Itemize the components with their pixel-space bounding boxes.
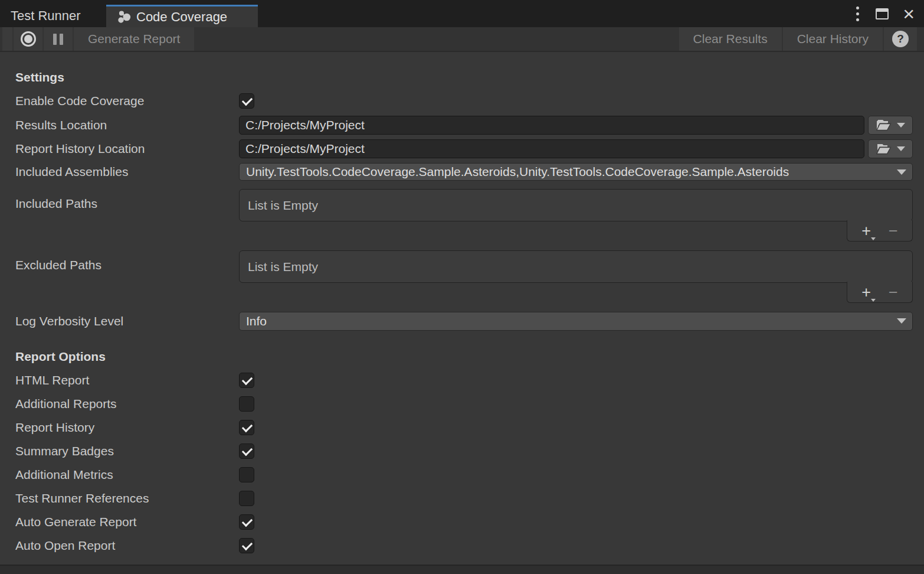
included-paths-list-footer: + −	[847, 220, 913, 242]
pause-button[interactable]	[44, 27, 73, 51]
add-item-button[interactable]: +	[861, 225, 874, 237]
included-paths-list: List is Empty + −	[239, 189, 913, 242]
report-option-checkbox[interactable]	[239, 420, 254, 435]
report-history-location-input[interactable]	[239, 139, 864, 158]
excluded-paths-list-footer: + −	[847, 282, 913, 303]
tab-code-coverage-label: Code Coverage	[136, 9, 227, 25]
remove-item-button[interactable]: −	[889, 286, 898, 298]
open-folder-icon	[876, 143, 892, 155]
tab-bar: Test Runner Code Coverage ×	[0, 0, 924, 27]
remove-item-button[interactable]: −	[889, 225, 898, 237]
included-paths-row: Included Paths List is Empty + −	[15, 189, 913, 250]
code-coverage-window: Test Runner Code Coverage ×	[0, 0, 924, 574]
report-option-checkbox[interactable]	[239, 491, 254, 506]
report-option-label: Summary Badges	[15, 444, 239, 458]
help-icon: ?	[892, 31, 909, 47]
tab-code-coverage[interactable]: Code Coverage	[106, 5, 258, 27]
report-option-row: Auto Generate Report	[15, 514, 913, 530]
report-option-row: Summary Badges	[15, 443, 913, 459]
code-coverage-icon	[118, 11, 131, 24]
add-item-button[interactable]: +	[861, 286, 874, 298]
log-verbosity-row: Log Verbosity Level Info	[15, 312, 913, 331]
report-options-heading: Report Options	[15, 349, 913, 364]
enable-code-coverage-checkbox[interactable]	[239, 93, 254, 109]
report-option-row: Additional Reports	[15, 396, 913, 412]
toolbar: Generate Report Clear Results Clear Hist…	[0, 27, 924, 52]
record-icon	[21, 31, 36, 47]
included-assemblies-label: Included Assemblies	[15, 165, 239, 179]
settings-heading: Settings	[15, 70, 913, 85]
report-option-label: HTML Report	[15, 373, 239, 387]
included-paths-label: Included Paths	[15, 189, 239, 211]
chevron-down-icon	[897, 123, 905, 128]
log-verbosity-dropdown[interactable]: Info	[239, 312, 913, 331]
report-option-checkbox[interactable]	[239, 443, 254, 459]
toolbar-handle	[2, 27, 12, 51]
report-history-location-row: Report History Location	[15, 139, 913, 158]
chevron-down-icon	[897, 169, 906, 175]
report-history-location-label: Report History Location	[15, 142, 239, 156]
results-location-label: Results Location	[15, 118, 239, 132]
report-option-row: Report History	[15, 420, 913, 435]
list-empty-text: List is Empty	[248, 260, 318, 274]
log-verbosity-label: Log Verbosity Level	[15, 314, 239, 328]
tab-test-runner[interactable]: Test Runner	[0, 5, 105, 27]
tab-test-runner-label: Test Runner	[11, 8, 81, 24]
maximize-icon[interactable]	[876, 8, 889, 19]
enable-code-coverage-row: Enable Code Coverage	[15, 93, 913, 109]
generate-report-button[interactable]: Generate Report	[74, 27, 194, 51]
report-option-checkbox[interactable]	[239, 538, 254, 553]
report-option-label: Test Runner References	[15, 491, 239, 505]
report-option-checkbox[interactable]	[239, 396, 254, 412]
pause-icon	[53, 34, 63, 45]
log-verbosity-value: Info	[246, 314, 892, 328]
help-button[interactable]: ?	[884, 27, 917, 51]
chevron-down-icon	[897, 146, 905, 151]
kebab-menu-icon[interactable]	[854, 4, 861, 24]
report-option-label: Report History	[15, 420, 239, 435]
report-option-row: Test Runner References	[15, 491, 913, 506]
report-option-label: Auto Open Report	[15, 539, 239, 553]
enable-code-coverage-label: Enable Code Coverage	[15, 94, 239, 108]
list-empty-text: List is Empty	[248, 198, 318, 213]
window-controls: ×	[854, 0, 915, 27]
excluded-paths-label: Excluded Paths	[15, 250, 239, 272]
clear-history-button[interactable]: Clear History	[783, 27, 883, 51]
excluded-paths-listbox: List is Empty	[239, 250, 913, 283]
report-option-row: Additional Metrics	[15, 467, 913, 482]
report-option-label: Auto Generate Report	[15, 515, 239, 529]
included-assemblies-row: Included Assemblies Unity.TestTools.Code…	[15, 163, 913, 181]
included-assemblies-value: Unity.TestTools.CodeCoverage.Sample.Aste…	[246, 165, 892, 179]
report-option-checkbox[interactable]	[239, 373, 254, 388]
bottom-resize-strip[interactable]	[0, 565, 924, 574]
open-folder-icon	[876, 119, 892, 131]
toolbar-spacer	[194, 27, 679, 51]
report-option-row: Auto Open Report	[15, 538, 913, 553]
report-option-checkbox[interactable]	[239, 514, 254, 530]
report-option-checkbox[interactable]	[239, 467, 254, 482]
clear-results-button[interactable]: Clear Results	[679, 27, 782, 51]
toolbar-right-group: Clear Results Clear History ?	[679, 27, 924, 51]
toolbar-left-group: Generate Report	[0, 27, 194, 51]
report-option-label: Additional Reports	[15, 397, 239, 411]
report-history-location-browse-button[interactable]	[868, 139, 913, 158]
report-options-list: HTML Report Additional Reports Report Hi…	[15, 373, 913, 553]
settings-panel: Settings Enable Code Coverage Results Lo…	[0, 52, 924, 565]
results-location-row: Results Location	[15, 116, 913, 135]
included-assemblies-dropdown[interactable]: Unity.TestTools.CodeCoverage.Sample.Aste…	[239, 163, 913, 181]
record-button[interactable]	[14, 27, 42, 51]
chevron-down-icon	[897, 318, 906, 324]
close-icon[interactable]: ×	[903, 6, 915, 21]
excluded-paths-list: List is Empty + −	[239, 250, 913, 303]
excluded-paths-row: Excluded Paths List is Empty + −	[15, 250, 913, 312]
results-location-input[interactable]	[239, 116, 864, 135]
included-paths-listbox: List is Empty	[239, 189, 913, 221]
results-location-browse-button[interactable]	[868, 116, 913, 135]
report-option-row: HTML Report	[15, 373, 913, 388]
report-option-label: Additional Metrics	[15, 468, 239, 482]
